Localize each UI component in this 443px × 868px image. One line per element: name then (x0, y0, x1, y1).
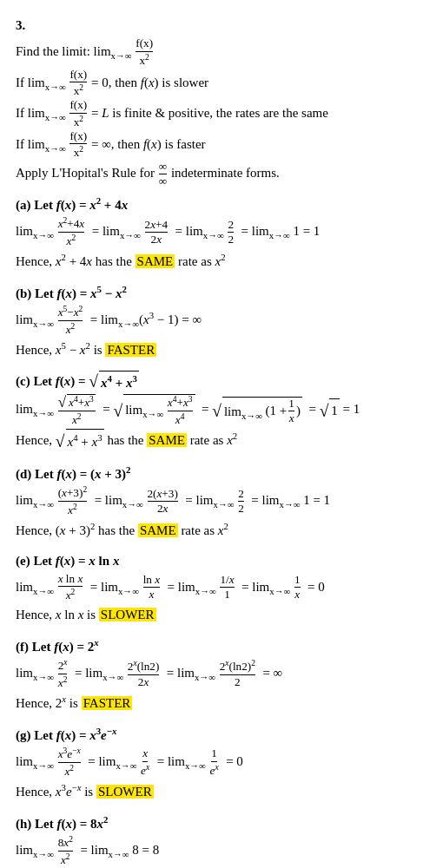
intro-line-1: If limx→∞ f(x)x2 = 0, then f(x) is slowe… (16, 69, 427, 98)
intro-line-0: Find the limit: limx→∞ f(x)x2 (16, 37, 427, 67)
part-h-label: (h) Let f(x) = 8x2 (16, 812, 427, 834)
part-b-math: limx→∞ x5−x2x2 = limx→∞(x3 − 1) = ∞ (16, 305, 427, 337)
part-a-math: limx→∞ x2+4xx2 = limx→∞ 2x+42x = limx→∞ … (16, 216, 427, 248)
part-f: (f) Let f(x) = 2x limx→∞ 2xx2 = limx→∞ 2… (16, 635, 427, 715)
part-a: (a) Let f(x) = x2 + 4x limx→∞ x2+4xx2 = … (16, 194, 427, 273)
part-a-conclusion: Hence, x2 + 4x has the SAME rate as x2 (16, 249, 427, 273)
intro-block: Find the limit: limx→∞ f(x)x2 If limx→∞ … (16, 37, 427, 188)
part-c: (c) Let f(x) = √x4 + x3 limx→∞ √x4+x3x2 … (16, 371, 427, 454)
intro-line-3: If limx→∞ f(x)x2 = ∞, then f(x) is faste… (16, 130, 427, 160)
part-c-math: limx→∞ √x4+x3x2 = √limx→∞ x4+x3x4 = √lim… (16, 394, 427, 427)
part-d-math: limx→∞ (x+3)2x2 = limx→∞ 2(x+3)2x = limx… (16, 485, 427, 517)
part-h-math: limx→∞ 8x2x2 = limx→∞ 8 = 8 (16, 835, 427, 867)
part-f-math: limx→∞ 2xx2 = limx→∞ 2x(ln2)2x = limx→∞ … (16, 658, 427, 690)
part-a-label: (a) Let f(x) = x2 + 4x (16, 194, 427, 215)
part-b-conclusion: Hence, x5 − x2 is FASTER (16, 338, 427, 362)
part-h: (h) Let f(x) = 8x2 limx→∞ 8x2x2 = limx→∞… (16, 812, 427, 868)
part-g: (g) Let f(x) = x3e−x limx→∞ x3e−xx2 = li… (16, 724, 427, 804)
part-f-conclusion: Hence, 2x is FASTER (16, 691, 427, 715)
then-is-faster: then f(x) is faster (117, 136, 205, 150)
part-e: (e) Let f(x) = x ln x limx→∞ x ln xx2 = … (16, 551, 427, 627)
intro-line-4: Apply L'Hopital's Rule for ∞∞ indetermin… (16, 161, 427, 188)
part-f-label: (f) Let f(x) = 2x (16, 635, 427, 657)
part-b: (b) Let f(x) = x5 − x2 limx→∞ x5−x2x2 = … (16, 282, 427, 362)
part-d: (d) Let f(x) = (x + 3)2 limx→∞ (x+3)2x2 … (16, 463, 427, 542)
part-e-conclusion: Hence, x ln x is SLOWER (16, 603, 427, 627)
part-d-label: (d) Let f(x) = (x + 3)2 (16, 463, 427, 484)
part-g-math: limx→∞ x3e−xx2 = limx→∞ xex = limx→∞ 1ex… (16, 746, 427, 779)
part-e-math: limx→∞ x ln xx2 = limx→∞ ln xx = limx→∞ … (16, 573, 427, 602)
part-d-conclusion: Hence, (x + 3)2 has the SAME rate as x2 (16, 518, 427, 542)
section-number: 3. (16, 16, 427, 36)
part-g-label: (g) Let f(x) = x3e−x (16, 724, 427, 746)
part-c-label: (c) Let f(x) = √x4 + x3 (16, 371, 427, 393)
part-g-conclusion: Hence, x3e−x is SLOWER (16, 779, 427, 804)
intro-line-2: If limx→∞ f(x)x2 = L is finite & positiv… (16, 99, 427, 128)
part-c-conclusion: Hence, √x4 + x3 has the SAME rate as x2 (16, 428, 427, 454)
part-b-label: (b) Let f(x) = x5 − x2 (16, 282, 427, 304)
part-e-label: (e) Let f(x) = x ln x (16, 551, 427, 571)
